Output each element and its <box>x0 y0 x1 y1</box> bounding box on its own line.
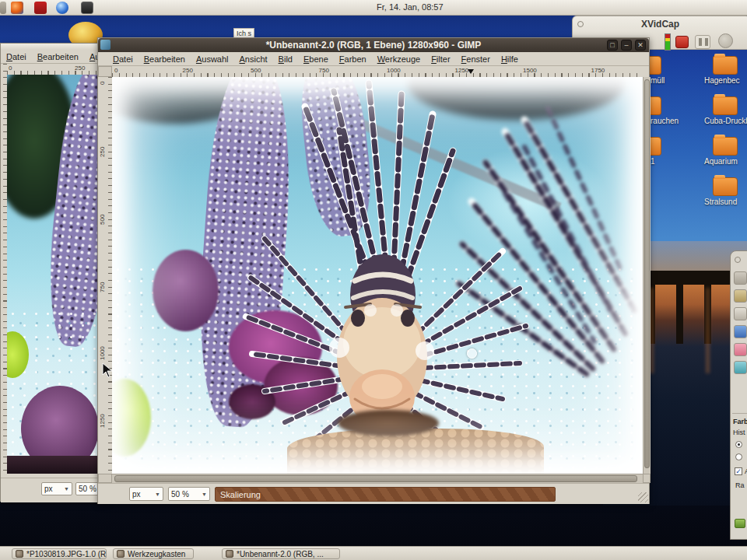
desktop-folder-stralsund[interactable] <box>713 177 738 196</box>
taskbar-item-label: *Unbenannt-2.0 (RGB, ... <box>237 550 324 558</box>
taskbar-item[interactable]: *P1030819.JPG-1.0 (R... <box>12 548 107 559</box>
resize-grip[interactable] <box>638 492 648 502</box>
pier-post <box>676 285 683 344</box>
desktop-folder-hagenbec[interactable] <box>713 56 738 75</box>
quick-mask-button[interactable] <box>98 474 112 483</box>
zoom-select[interactable]: 50 %▼ <box>168 487 210 501</box>
back-vertical-ruler <box>1 64 7 474</box>
ruler-label: 0 <box>99 82 106 85</box>
vertical-scrollbar[interactable] <box>643 77 651 474</box>
tool-options-section-title: Farb <box>733 418 747 425</box>
app-icon[interactable] <box>0 2 6 14</box>
main-status-bar: px▼ 50 %▼ Skalierung <box>98 483 649 504</box>
menu-farben[interactable]: Farben <box>334 54 372 64</box>
menu-datei[interactable]: Datei <box>107 54 139 64</box>
panel-bottom-icon[interactable] <box>735 519 745 528</box>
scaling-progressbar: Skalierung <box>215 487 556 502</box>
desktop-folder-label: Aquarium <box>704 157 738 166</box>
vertical-scrollbar-thumb[interactable] <box>644 79 650 468</box>
move-tool-icon[interactable] <box>734 307 747 320</box>
desktop-folder-label: Hagenbec <box>704 76 740 85</box>
acrobat-reader-icon[interactable] <box>34 2 47 14</box>
gnome-top-panel: Fr, 14. Jan, 08:57 <box>0 0 747 16</box>
main-image-canvas[interactable] <box>112 77 643 474</box>
menu-ebene[interactable]: Ebene <box>298 54 334 64</box>
mouse-cursor <box>102 362 113 378</box>
taskbar-item[interactable]: Werkzeugkasten <box>113 548 194 559</box>
clone-tool-icon[interactable] <box>734 271 747 285</box>
desktop-folder-label: Cuba-Druckbi <box>704 117 747 125</box>
ruler-label: 250 <box>183 67 193 74</box>
ruler-label: 500 <box>99 215 106 225</box>
desktop-folder-label: müll <box>651 76 665 85</box>
menu-bild[interactable]: Bild <box>273 54 298 64</box>
align-tool-icon[interactable] <box>734 325 747 338</box>
back-image-canvas[interactable] <box>7 75 110 474</box>
menu-bearbeiten[interactable]: Bearbeiten <box>139 54 191 64</box>
back-menu-bar: DateiBearbeitenAuswahl <box>1 50 110 64</box>
menu-fenster[interactable]: Fenster <box>456 54 496 64</box>
gimp-image-window-back: DateiBearbeitenAuswahl 0250 px▼ 50 % <box>0 43 109 502</box>
gimp-wilber-icon <box>117 550 124 558</box>
back-menu-bearbeiten[interactable]: Bearbeiten <box>32 52 84 61</box>
desktop-folder-cuba-druckbi[interactable] <box>713 96 738 115</box>
maximize-button[interactable]: □ <box>607 40 618 51</box>
minimize-button[interactable]: – <box>621 40 632 51</box>
back-menu-datei[interactable]: Datei <box>1 52 32 61</box>
menu-auswahl[interactable]: Auswahl <box>191 54 234 64</box>
menu-filter[interactable]: Filter <box>426 54 455 64</box>
ruler-label: 0 <box>9 65 12 72</box>
horizontal-scrollbar-thumb[interactable] <box>114 475 637 482</box>
taskbar-item[interactable]: *Unbenannt-2.0 (RGB, ... <box>222 548 340 559</box>
ruler-label: 1250 <box>99 414 106 428</box>
ruler-corner-button[interactable] <box>98 66 112 77</box>
eraser-tool-icon[interactable] <box>734 343 747 356</box>
navigation-button[interactable] <box>643 474 651 483</box>
window-list-taskbar: *P1030819.JPG-1.0 (R...Werkzeugkasten*Un… <box>0 546 747 560</box>
blur-tool-icon[interactable] <box>734 361 747 374</box>
desktop-folder-aquarium[interactable] <box>713 137 738 156</box>
menu-hilfe[interactable]: Hilfe <box>496 54 524 64</box>
separator <box>732 413 747 414</box>
desktop-root: Ich s müllHagenbecrauchenCuba-Druckbi1Aq… <box>0 0 747 560</box>
xvidcap-title: XVidCap <box>573 19 747 30</box>
firefox-icon[interactable] <box>11 2 23 14</box>
terminal-icon[interactable] <box>81 2 93 14</box>
main-titlebar[interactable]: *Unbenannt-2.0 (RGB, 1 Ebene) 1280x960 -… <box>98 38 649 52</box>
shadow-under-fish <box>338 410 439 436</box>
ruler-label: 250 <box>99 147 106 157</box>
option-label: Ra <box>735 481 745 489</box>
panel-menu-icon[interactable] <box>735 257 741 263</box>
back-horizontal-ruler: 0250 <box>7 64 110 75</box>
coral-ridge-bottom <box>287 429 544 474</box>
sunset-reflection <box>706 288 710 373</box>
back-window-titlebar-edge[interactable] <box>1 44 110 50</box>
pause-button[interactable] <box>695 35 710 49</box>
desktop-folder-label: rauchen <box>651 117 679 125</box>
close-button[interactable]: ✕ <box>635 40 646 51</box>
radio-option-selected[interactable] <box>735 441 742 448</box>
taskbar-item-label: *P1030819.JPG-1.0 (R... <box>26 550 107 558</box>
ruler-label: 1750 <box>591 67 605 74</box>
tool-options-panel: Farb Hist ✓ A Ra <box>730 250 747 540</box>
menu-werkzeuge[interactable]: Werkzeuge <box>372 54 426 64</box>
window-thumbnail-icon <box>100 40 110 50</box>
horizontal-scrollbar[interactable] <box>112 474 643 483</box>
radio-option[interactable] <box>735 453 742 460</box>
back-status-bar: px▼ 50 % <box>1 478 110 502</box>
stop-record-button[interactable] <box>675 36 689 48</box>
unit-select[interactable]: px▼ <box>129 487 163 501</box>
antialias-checkbox[interactable]: ✓ <box>735 467 742 475</box>
menu-ansicht[interactable]: Ansicht <box>234 54 273 64</box>
record-button[interactable] <box>718 33 733 48</box>
google-earth-icon[interactable] <box>56 2 68 14</box>
heal-tool-icon[interactable] <box>734 289 747 303</box>
main-vertical-ruler: 025050075010001250 <box>98 77 112 474</box>
gimp-image-window-main: *Unbenannt-2.0 (RGB, 1 Ebene) 1280x960 -… <box>97 37 650 504</box>
back-unit-select[interactable]: px▼ <box>41 482 72 495</box>
gimp-wilber-icon <box>226 550 233 558</box>
panel-clock[interactable]: Fr, 14. Jan, 08:57 <box>377 2 444 12</box>
ruler-label: 750 <box>99 282 106 292</box>
ruler-label: 0 <box>114 67 117 74</box>
ruler-label: 1000 <box>387 67 401 74</box>
